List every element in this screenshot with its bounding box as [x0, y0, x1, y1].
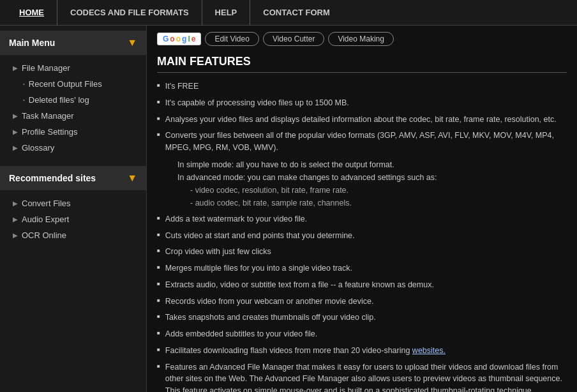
nav-home[interactable]: HOME	[6, 0, 57, 26]
feature-item-watermark: ■ Adds a text watermark to your video fi…	[157, 213, 567, 225]
sub-detail-video: - video codec, resolution, bit rate, fra…	[190, 184, 567, 197]
bullet-icon: ■	[157, 98, 160, 106]
arrow-right-icon: ▶	[13, 64, 18, 72]
feature-text: Facilitates downloading flash videos fro…	[165, 345, 446, 357]
convert-detail-block: In simple mode: all you have to do is se…	[177, 158, 567, 209]
feature-text: Extracts audio, video or subtitle text f…	[165, 279, 434, 291]
sidebar-item-deleted-files[interactable]: • Deleted files' log	[0, 92, 146, 108]
bullet-icon: ■	[157, 247, 160, 255]
feature-item-merges: ■ Merges multiple files for you into a s…	[157, 262, 567, 275]
bullet-icon: ■	[157, 131, 160, 139]
sidebar: Main Menu ▼ ▶ File Manager • Recent Outp…	[0, 26, 147, 392]
feature-item-subtitles: ■ Adds embedded subtitles to your video …	[157, 328, 567, 340]
bullet-icon: ■	[157, 231, 160, 239]
sidebar-item-label: Convert Files	[22, 199, 71, 208]
feature-text: Crop video with just few clicks	[165, 246, 271, 258]
feature-item-snapshots: ■ Takes snapshots and creates thumbnails…	[157, 312, 567, 324]
dot-icon: •	[23, 97, 25, 103]
arrow-right-icon: ▶	[13, 216, 18, 223]
feature-item-extracts: ■ Extracts audio, video or subtitle text…	[157, 279, 567, 291]
sidebar-item-label: Glossary	[22, 143, 54, 153]
feature-item-records: ■ Records video from your webcam or anot…	[157, 296, 567, 308]
sidebar-item-label: Profile Settings	[22, 127, 77, 137]
google-g-red: o	[170, 34, 174, 43]
google-g-blue2: g	[182, 34, 186, 43]
google-g-yellow: o	[176, 34, 181, 43]
tab-edit-video[interactable]: Edit Video	[205, 32, 259, 46]
sidebar-item-label: Recent Output Files	[29, 79, 102, 89]
arrow-right-icon: ▶	[13, 112, 18, 119]
main-features-title: MAIN FEATURES	[157, 55, 567, 73]
feature-text: It's capable of processing video files u…	[165, 97, 349, 109]
feature-text: Adds embedded subtitles to your video fi…	[165, 328, 317, 340]
websites-link[interactable]: websites.	[412, 346, 446, 355]
feature-text: Analyses your video files and displays d…	[165, 114, 557, 126]
feature-text: Adds a text watermark to your video file…	[165, 213, 307, 225]
features-list: ■ It's FREE ■ It's capable of processing…	[157, 80, 567, 154]
feature-text: It's FREE	[165, 80, 199, 93]
feature-item-size: ■ It's capable of processing video files…	[157, 97, 567, 109]
feature-text: Merges multiple files for you into a sin…	[165, 262, 352, 275]
simple-mode-text: In simple mode: all you have to do is se…	[177, 158, 567, 171]
feature-item-free: ■ It's FREE	[157, 80, 567, 93]
sidebar-item-ocr-online[interactable]: ▶ OCR Online	[0, 227, 146, 243]
main-menu-arrow-icon: ▼	[127, 37, 137, 49]
bullet-icon: ■	[157, 82, 160, 89]
feature-item-flash: ■ Facilitates downloading flash videos f…	[157, 345, 567, 357]
sidebar-item-label: Audio Expert	[22, 215, 69, 224]
bullet-icon: ■	[157, 329, 160, 337]
nav-codecs[interactable]: CODECS AND FILE FORMATS	[57, 0, 202, 26]
feature-item-cuts: ■ Cuts video at start and end points tha…	[157, 230, 567, 242]
arrow-right-icon: ▶	[13, 232, 18, 239]
feature-item-crop: ■ Crop video with just few clicks	[157, 246, 567, 258]
feature-text: Records video from your webcam or anothe…	[165, 296, 374, 308]
bullet-icon: ■	[157, 280, 160, 288]
nav-help[interactable]: HELP	[202, 0, 251, 26]
main-menu-header[interactable]: Main Menu ▼	[0, 31, 146, 55]
sidebar-item-label: Task Manager	[22, 111, 74, 121]
arrow-right-icon: ▶	[13, 200, 18, 207]
feature-text: Cuts video at start and end points that …	[165, 230, 355, 242]
main-menu-list: ▶ File Manager • Recent Output Files • D…	[0, 57, 146, 158]
google-g-green: l	[188, 34, 190, 43]
sidebar-item-convert-files[interactable]: ▶ Convert Files	[0, 195, 146, 211]
feature-item-converts: ■ Converts your files between all of the…	[157, 130, 567, 154]
top-navigation: HOME CODECS AND FILE FORMATS HELP CONTAC…	[0, 0, 577, 26]
feature-text: Takes snapshots and creates thumbnails o…	[165, 312, 376, 324]
recommended-sites-label: Recommended sites	[9, 173, 96, 183]
advanced-mode-text: In advanced mode: you can make changes t…	[177, 171, 567, 184]
bullet-icon: ■	[157, 115, 160, 123]
tab-video-cutter[interactable]: Video Cutter	[263, 32, 325, 46]
feature-text: Features an Advanced File Manager that m…	[165, 361, 567, 393]
toolbar: Google Edit Video Video Cutter Video Mak…	[157, 32, 567, 46]
feature-text: Converts your files between all of the p…	[165, 130, 567, 154]
feature-item-analyzes: ■ Analyses your video files and displays…	[157, 114, 567, 126]
recommended-sites-list: ▶ Convert Files ▶ Audio Expert ▶ OCR Onl…	[0, 193, 146, 246]
sidebar-item-profile-settings[interactable]: ▶ Profile Settings	[0, 124, 146, 140]
bullet-icon: ■	[157, 264, 160, 271]
recommended-sites-header[interactable]: Recommended sites ▼	[0, 166, 146, 190]
tab-video-making[interactable]: Video Making	[328, 32, 394, 46]
bullet-icon: ■	[157, 215, 160, 222]
sidebar-item-recent-output[interactable]: • Recent Output Files	[0, 76, 146, 92]
arrow-right-icon: ▶	[13, 128, 18, 135]
google-g-red2: e	[191, 34, 196, 43]
dot-icon: •	[23, 81, 25, 87]
feature-item-advanced-fm: ■ Features an Advanced File Manager that…	[157, 361, 567, 393]
main-content: Google Edit Video Video Cutter Video Mak…	[147, 26, 577, 392]
sidebar-item-label: File Manager	[22, 63, 70, 73]
nav-contact[interactable]: CONTACT FORM	[250, 0, 342, 26]
sub-detail-audio: - audio codec, bit rate, sample rate, ch…	[190, 197, 567, 209]
bullet-icon: ■	[157, 297, 160, 305]
main-menu-label: Main Menu	[9, 38, 55, 48]
sidebar-item-audio-expert[interactable]: ▶ Audio Expert	[0, 211, 146, 227]
sidebar-item-glossary[interactable]: ▶ Glossary	[0, 140, 146, 156]
features-list-2: ■ Adds a text watermark to your video fi…	[157, 213, 567, 392]
recommended-sites-arrow-icon: ▼	[127, 172, 137, 184]
google-button[interactable]: Google	[157, 33, 201, 45]
bullet-icon: ■	[157, 346, 160, 354]
sidebar-item-label: Deleted files' log	[29, 95, 89, 105]
main-layout: Main Menu ▼ ▶ File Manager • Recent Outp…	[0, 26, 577, 392]
sidebar-item-task-manager[interactable]: ▶ Task Manager	[0, 108, 146, 124]
sidebar-item-file-manager[interactable]: ▶ File Manager	[0, 60, 146, 76]
